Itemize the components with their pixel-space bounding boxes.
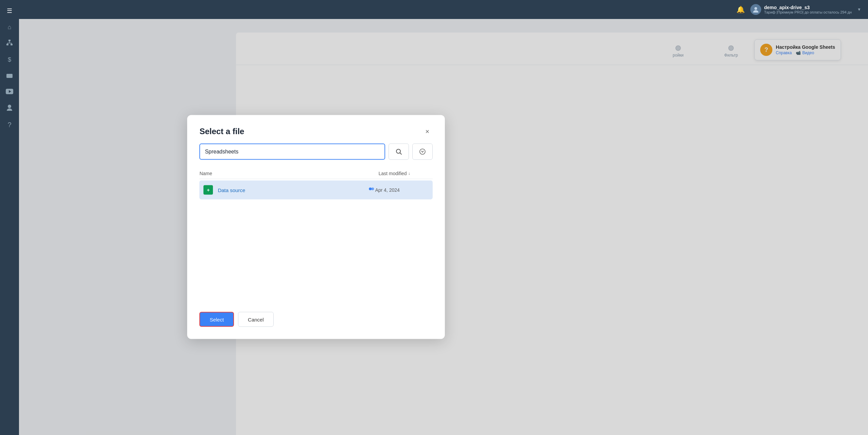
avatar: [750, 4, 761, 15]
main-content: 🔔 demo_apix-drive_s3 Тариф |Премиум PRO|…: [19, 0, 868, 435]
svg-point-14: [420, 149, 425, 154]
sort-icon: [419, 148, 426, 155]
google-sheets-icon: +: [203, 185, 213, 195]
menu-icon: ☰: [7, 7, 12, 15]
file-list: + Data source Apr 4, 2024: [199, 181, 433, 303]
topbar-user-info: demo_apix-drive_s3 Тариф |Премиум PRO| д…: [764, 5, 852, 14]
sort-arrow-icon: ↓: [408, 171, 410, 176]
search-icon: [395, 148, 402, 155]
file-row[interactable]: + Data source Apr 4, 2024: [199, 181, 433, 200]
search-button[interactable]: [389, 144, 409, 160]
modal-title: Select a file: [199, 127, 244, 136]
user-icon: [6, 104, 13, 113]
file-shared-icon: [368, 187, 375, 193]
svg-line-13: [400, 153, 402, 154]
hierarchy-icon: [6, 39, 13, 48]
svg-point-16: [371, 188, 374, 190]
select-button[interactable]: Select: [199, 312, 234, 327]
sidebar-user-icon[interactable]: [3, 102, 16, 115]
sidebar-home-icon[interactable]: ⌂: [3, 20, 16, 34]
cancel-button[interactable]: Cancel: [238, 312, 274, 327]
modal-footer: Select Cancel: [187, 303, 445, 339]
topbar-username: demo_apix-drive_s3: [764, 5, 852, 10]
home-icon: ⌂: [8, 24, 12, 31]
modal-body: Name Last modified ↓ + Data source: [187, 144, 445, 303]
search-row: [199, 144, 433, 160]
briefcase-icon: [6, 72, 13, 80]
sidebar: ☰ ⌂ $: [0, 0, 19, 435]
file-modified-date: Apr 4, 2024: [375, 187, 429, 193]
file-list-header: Name Last modified ↓: [199, 168, 433, 179]
topbar-chevron-icon[interactable]: ▼: [857, 7, 861, 12]
search-input-wrapper: [199, 144, 385, 160]
sidebar-dollar-icon[interactable]: $: [3, 53, 16, 66]
svg-rect-2: [11, 44, 13, 45]
sort-button[interactable]: [412, 144, 433, 160]
select-file-modal: Select a file ×: [187, 115, 445, 339]
topbar-plan: Тариф |Премиум PRO| до оплаты осталось 2…: [764, 10, 852, 14]
sidebar-briefcase-icon[interactable]: [3, 69, 16, 83]
svg-rect-0: [8, 40, 11, 41]
page-area: ройки Фильтр Тест Финиш ? Настройка Goog…: [19, 19, 868, 435]
modal-close-button[interactable]: ×: [422, 126, 433, 137]
svg-rect-1: [6, 44, 8, 45]
notification-bell-icon[interactable]: 🔔: [736, 5, 745, 14]
file-name-label: Data source: [218, 187, 365, 193]
svg-point-11: [754, 7, 757, 10]
dollar-icon: $: [8, 56, 11, 63]
column-header-modified[interactable]: Last modified ↓: [378, 171, 433, 176]
search-input[interactable]: [199, 144, 385, 160]
help-circle-icon: ?: [7, 121, 11, 129]
svg-rect-7: [6, 74, 13, 78]
sidebar-help-icon[interactable]: ?: [3, 118, 16, 131]
youtube-icon: [6, 89, 13, 96]
file-sheets-icon: +: [203, 185, 214, 195]
column-header-name: Name: [199, 171, 378, 176]
column-modified-label: Last modified: [378, 171, 407, 176]
topbar: 🔔 demo_apix-drive_s3 Тариф |Премиум PRO|…: [19, 0, 868, 19]
modal-header: Select a file ×: [187, 115, 445, 144]
svg-point-10: [8, 105, 11, 108]
sidebar-menu-icon[interactable]: ☰: [3, 4, 16, 18]
sidebar-hierarchy-icon[interactable]: [3, 37, 16, 50]
svg-point-15: [369, 188, 372, 190]
topbar-user: demo_apix-drive_s3 Тариф |Премиум PRO| д…: [750, 4, 852, 15]
sidebar-youtube-icon[interactable]: [3, 85, 16, 99]
